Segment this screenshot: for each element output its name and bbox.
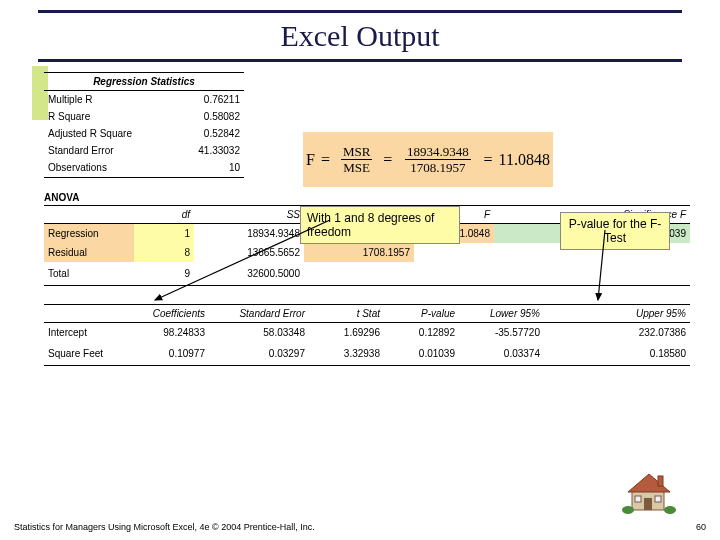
anova-cell: 1 (134, 224, 194, 244)
fraction-msr-mse: MSR MSE (337, 144, 376, 176)
coef-cell: 0.01039 (384, 342, 459, 366)
anova-cell (414, 243, 494, 262)
title-bar: Excel Output (38, 10, 682, 62)
regression-statistics-table: Regression Statistics Multiple R0.76211 … (44, 72, 244, 178)
equals-sign: = (484, 151, 493, 169)
coef-cell: 0.03374 (459, 342, 544, 366)
anova-cell: Regression (44, 224, 134, 244)
formula-lhs: F (306, 151, 315, 169)
svg-point-9 (664, 506, 676, 514)
page-title: Excel Output (38, 19, 682, 53)
svg-rect-7 (655, 496, 661, 502)
equals-sign: = (321, 151, 330, 169)
note-degrees-of-freedom: With 1 and 8 degrees of freedom (300, 206, 460, 244)
anova-cell: 18934.9348 (194, 224, 304, 244)
coef-cell: -35.57720 (459, 323, 544, 343)
coef-cell: 0.12892 (384, 323, 459, 343)
regstats-label: Standard Error (44, 142, 174, 159)
coef-cell: Intercept (44, 323, 124, 343)
svg-rect-4 (658, 476, 663, 486)
coef-cell: Square Feet (44, 342, 124, 366)
coef-cell: 98.24833 (124, 323, 209, 343)
coef-header: Standard Error (209, 305, 309, 323)
svg-rect-5 (644, 498, 652, 510)
fraction-numeric: 18934.9348 1708.1957 (399, 144, 476, 176)
regstats-label: Observations (44, 159, 174, 178)
coef-cell: 0.10977 (124, 342, 209, 366)
anova-cell (414, 262, 494, 286)
coefficients-table: Coefficients Standard Error t Stat P-val… (44, 304, 690, 366)
note-pvalue-ftest: P-value for the F-Test (560, 212, 670, 250)
regstats-value: 41.33032 (174, 142, 244, 159)
svg-point-8 (622, 506, 634, 514)
page-number: 60 (696, 522, 706, 532)
regstats-label: Adjusted R Square (44, 125, 174, 142)
regstats-value: 10 (174, 159, 244, 178)
coef-header: Coefficients (124, 305, 209, 323)
equals-sign: = (383, 151, 392, 169)
anova-header (44, 206, 134, 224)
anova-cell: 13665.5652 (194, 243, 304, 262)
f-formula-box: F = MSR MSE = 18934.9348 1708.1957 = 11.… (303, 132, 553, 187)
regstats-value: 0.76211 (174, 91, 244, 109)
coef-cell: 232.07386 (544, 323, 690, 343)
house-icon (622, 470, 676, 518)
svg-rect-6 (635, 496, 641, 502)
coef-header: P-value (384, 305, 459, 323)
anova-heading: ANOVA (44, 192, 690, 203)
coef-cell: 1.69296 (309, 323, 384, 343)
anova-header: df (134, 206, 194, 224)
coef-cell: 0.18580 (544, 342, 690, 366)
anova-cell: 9 (134, 262, 194, 286)
coef-header: Lower 95% (459, 305, 544, 323)
anova-cell: 32600.5000 (194, 262, 304, 286)
anova-cell: Total (44, 262, 134, 286)
coef-header (44, 305, 124, 323)
svg-marker-3 (628, 474, 670, 492)
coef-cell: 3.32938 (309, 342, 384, 366)
coef-header: Upper 95% (544, 305, 690, 323)
anova-cell: 8 (134, 243, 194, 262)
anova-cell: Residual (44, 243, 134, 262)
coef-header: t Stat (309, 305, 384, 323)
regstats-label: Multiple R (44, 91, 174, 109)
formula-result: 11.0848 (499, 151, 550, 169)
regstats-label: R Square (44, 108, 174, 125)
coef-cell: 0.03297 (209, 342, 309, 366)
footer-text: Statistics for Managers Using Microsoft … (14, 522, 315, 532)
anova-cell (304, 262, 414, 286)
anova-cell (494, 262, 690, 286)
regstats-value: 0.58082 (174, 108, 244, 125)
footer: Statistics for Managers Using Microsoft … (14, 522, 706, 532)
regstats-caption: Regression Statistics (44, 73, 244, 91)
anova-header: SS (194, 206, 304, 224)
regstats-value: 0.52842 (174, 125, 244, 142)
anova-cell: 1708.1957 (304, 243, 414, 262)
coef-cell: 58.03348 (209, 323, 309, 343)
